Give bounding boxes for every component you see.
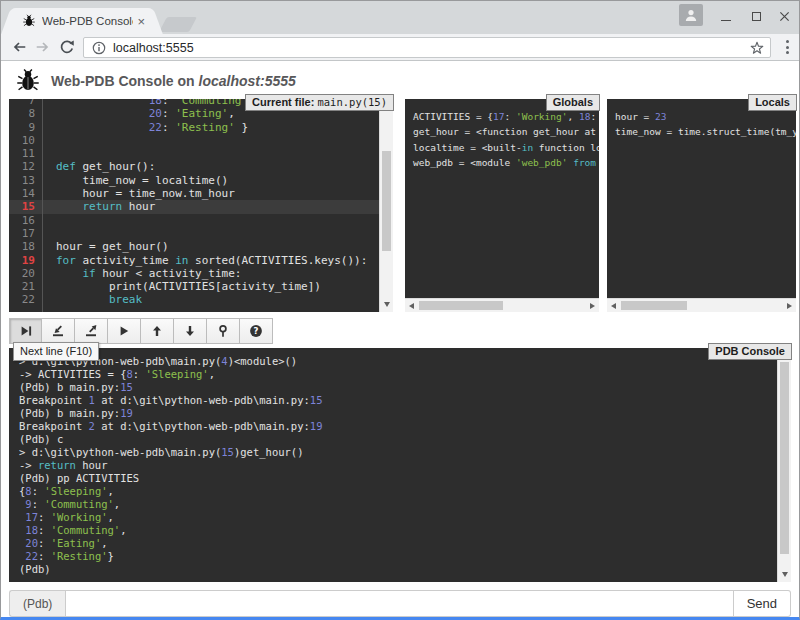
play-icon bbox=[117, 324, 131, 338]
scrollbar-thumb[interactable] bbox=[780, 362, 789, 554]
text-segment: 'Working' bbox=[51, 511, 108, 523]
line-number[interactable]: 12 bbox=[9, 160, 42, 173]
scrollbar-thumb[interactable] bbox=[419, 301, 503, 310]
where-button[interactable] bbox=[207, 318, 240, 344]
line-number[interactable]: 8 bbox=[9, 107, 42, 120]
code-text: hour = time_now.tm_hour bbox=[42, 187, 235, 200]
scroll-left-arrow-icon[interactable] bbox=[611, 303, 616, 309]
console-vertical-scrollbar[interactable] bbox=[777, 348, 791, 582]
page-info-icon[interactable] bbox=[92, 41, 106, 55]
code-line: 17 bbox=[9, 227, 379, 240]
new-tab-button[interactable] bbox=[159, 17, 197, 32]
scrollbar-thumb[interactable] bbox=[621, 301, 687, 310]
back-button[interactable] bbox=[11, 39, 27, 55]
step-forward-icon bbox=[19, 324, 33, 338]
text-segment: 19 bbox=[120, 407, 133, 419]
text-segment: -> bbox=[19, 459, 38, 471]
line-number[interactable]: 20 bbox=[9, 267, 42, 280]
text-segment: def bbox=[56, 160, 76, 173]
text-segment: Breakpoint bbox=[19, 420, 89, 432]
tab-close-icon[interactable]: × bbox=[133, 15, 145, 28]
line-number[interactable]: 18 bbox=[9, 240, 42, 253]
step-into-button[interactable] bbox=[42, 318, 75, 344]
globals-horizontal-scrollbar[interactable] bbox=[405, 298, 599, 312]
address-bar[interactable]: localhost:5555 bbox=[83, 37, 771, 58]
terminal-line: hour = 23 bbox=[615, 109, 796, 124]
scrollbar-thumb[interactable] bbox=[382, 151, 391, 251]
stack-up-button[interactable] bbox=[141, 318, 174, 344]
text-segment bbox=[596, 157, 599, 168]
scroll-right-arrow-icon[interactable] bbox=[590, 303, 595, 309]
text-segment bbox=[56, 267, 83, 280]
text-segment: , bbox=[209, 368, 215, 380]
code-text bbox=[42, 227, 56, 240]
line-number[interactable]: 9 bbox=[9, 121, 42, 134]
locals-horizontal-scrollbar[interactable] bbox=[607, 298, 796, 312]
reload-button[interactable] bbox=[59, 39, 75, 55]
code-line: 16 bbox=[9, 214, 379, 227]
svg-text:?: ? bbox=[254, 326, 259, 336]
text-segment: sorted(ACTIVITIES.keys()): bbox=[188, 254, 367, 267]
text-segment: : bbox=[38, 524, 51, 536]
text-segment: at d:\git\python-web-pdb\main.py: bbox=[95, 394, 310, 406]
text-segment: : bbox=[162, 121, 175, 134]
text-segment: : bbox=[38, 537, 51, 549]
line-number[interactable]: 7 bbox=[9, 99, 42, 107]
text-segment: time_now = localtime() bbox=[56, 174, 228, 187]
continue-button[interactable] bbox=[108, 318, 141, 344]
text-segment: 'Resting' bbox=[51, 550, 108, 562]
text-segment: function loc bbox=[533, 142, 599, 153]
stack-down-button[interactable] bbox=[174, 318, 207, 344]
browser-tab[interactable]: Web-PDB Console on lo × bbox=[13, 8, 151, 34]
line-number[interactable]: 19 bbox=[9, 254, 42, 267]
text-segment: , bbox=[114, 498, 120, 510]
scroll-down-arrow-icon[interactable] bbox=[384, 302, 390, 307]
text-segment: hour = time_now.tm_hour bbox=[56, 187, 235, 200]
text-segment: if bbox=[83, 267, 96, 280]
globals-content: ACTIVITIES = {17: 'Working', 18: 'get_ho… bbox=[405, 99, 599, 298]
text-segment: web_pdb = <module bbox=[413, 157, 516, 168]
line-number[interactable]: 10 bbox=[9, 134, 42, 147]
next-line-button[interactable] bbox=[9, 318, 42, 344]
pdb-prompt-label: (Pdb) bbox=[9, 590, 65, 617]
send-button[interactable]: Send bbox=[734, 590, 791, 617]
code-line: 20 if hour < activity_time: bbox=[9, 267, 379, 280]
minimize-button[interactable] bbox=[715, 5, 737, 27]
line-number[interactable]: 16 bbox=[9, 214, 42, 227]
line-number[interactable]: 22 bbox=[9, 293, 42, 306]
text-segment: 22 bbox=[149, 121, 162, 134]
line-number[interactable]: 13 bbox=[9, 174, 42, 187]
text-segment: (Pdb) b main.py: bbox=[19, 407, 120, 419]
scroll-right-arrow-icon[interactable] bbox=[787, 303, 792, 309]
line-number[interactable]: 21 bbox=[9, 280, 42, 293]
browser-menu-icon[interactable] bbox=[786, 40, 790, 57]
command-input[interactable] bbox=[65, 590, 733, 617]
forward-button[interactable] bbox=[35, 39, 51, 55]
line-number[interactable]: 14 bbox=[9, 187, 42, 200]
scroll-left-arrow-icon[interactable] bbox=[409, 303, 414, 309]
code-line: 21 print(ACTIVITIES[activity_time]) bbox=[9, 280, 379, 293]
globals-label: Globals bbox=[546, 94, 600, 111]
text-segment: 19 bbox=[310, 420, 323, 432]
help-button[interactable]: ? bbox=[240, 318, 273, 344]
line-number[interactable]: 11 bbox=[9, 147, 42, 160]
debugger-toolbar: ? bbox=[9, 318, 273, 344]
profile-button[interactable] bbox=[679, 4, 703, 26]
scroll-down-arrow-icon[interactable] bbox=[782, 572, 788, 577]
text-segment: hour = bbox=[615, 111, 655, 122]
line-number[interactable]: 17 bbox=[9, 227, 42, 240]
line-number[interactable]: 15 bbox=[9, 200, 42, 213]
step-out-button[interactable] bbox=[75, 318, 108, 344]
text-segment: 'Commuting' bbox=[44, 498, 114, 510]
code-line: 13 time_now = localtime() bbox=[9, 174, 379, 187]
code-line: 14 hour = time_now.tm_hour bbox=[9, 187, 379, 200]
pdb-console-label: PDB Console bbox=[708, 343, 792, 360]
code-text: hour = get_hour() bbox=[42, 240, 169, 253]
bookmark-star-icon[interactable] bbox=[750, 41, 764, 55]
text-segment: from bbox=[573, 157, 596, 168]
close-button[interactable] bbox=[773, 5, 795, 27]
text-segment: : bbox=[162, 99, 175, 107]
gutter-divider bbox=[42, 99, 43, 312]
maximize-button[interactable] bbox=[745, 5, 767, 27]
code-vertical-scrollbar[interactable] bbox=[379, 99, 393, 312]
